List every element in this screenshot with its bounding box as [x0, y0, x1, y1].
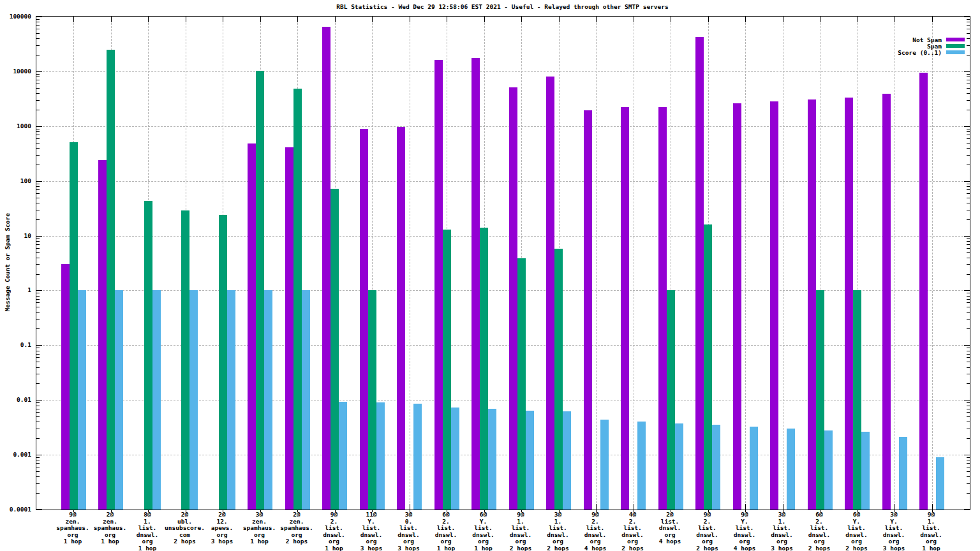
x-category-label: 9@ 2. list. dnswl. org 4 hops	[584, 511, 606, 551]
y-major-tick-right	[964, 400, 970, 400]
y-minor-tick	[36, 22, 40, 22]
x-category-label: 6@ Y. list. dnswl. org 1 hop	[472, 511, 494, 551]
y-major-tick-right	[964, 17, 970, 17]
bar-spam	[667, 290, 675, 510]
x-category-label: 3@ 1. list. dnswl. org 2 hops	[547, 511, 568, 551]
y-minor-tick	[36, 238, 40, 239]
y-minor-tick	[36, 274, 40, 275]
bar-not-spam	[733, 103, 741, 510]
y-gridline	[36, 181, 970, 182]
y-minor-tick	[36, 476, 40, 477]
y-minor-tick	[36, 471, 40, 472]
x-category-label: 6@ 2. list. dnswl. org 2 hops	[808, 511, 830, 551]
x-gridline	[745, 17, 746, 510]
y-minor-tick-right	[967, 328, 970, 329]
y-minor-tick-right	[967, 84, 970, 84]
bar-score-0-1	[451, 408, 459, 510]
y-tick-label: 0.0001	[0, 506, 31, 513]
x-category-label: 2@ list. dnswl. org 4 hops	[659, 511, 681, 545]
y-minor-tick-right	[967, 307, 970, 307]
bar-not-spam	[285, 147, 293, 510]
bar-not-spam	[919, 73, 928, 510]
x-tick-top	[484, 17, 485, 22]
y-minor-tick	[36, 438, 40, 439]
y-tick-label: 10000	[0, 68, 31, 75]
y-minor-tick	[36, 348, 40, 348]
y-minor-tick	[36, 319, 40, 320]
x-tick-top	[186, 17, 186, 22]
x-category-label: 2@ zen. spamhaus. org 2 hops	[280, 511, 313, 545]
y-minor-tick-right	[967, 252, 970, 253]
y-minor-tick	[36, 302, 40, 303]
y-minor-tick-right	[967, 244, 970, 245]
x-gridline	[596, 17, 597, 510]
y-minor-tick-right	[967, 100, 970, 101]
y-minor-tick	[36, 328, 40, 329]
y-major-tick	[36, 17, 42, 17]
bar-not-spam	[434, 60, 443, 510]
y-minor-tick-right	[967, 362, 970, 362]
y-minor-tick	[36, 74, 40, 75]
x-category-label: 6@ 2. list. dnswl. org 1 hop	[435, 511, 457, 551]
y-minor-tick-right	[967, 74, 970, 75]
y-minor-tick	[36, 131, 40, 132]
y-minor-tick	[36, 293, 40, 293]
bar-score-0-1	[600, 420, 609, 510]
y-minor-tick	[36, 299, 40, 300]
y-minor-tick	[36, 409, 40, 409]
y-tick-label: 0.001	[0, 451, 31, 458]
y-minor-tick-right	[967, 33, 970, 34]
y-minor-tick	[36, 422, 40, 422]
y-gridline	[36, 71, 970, 72]
y-minor-tick-right	[967, 219, 970, 220]
y-minor-tick	[36, 84, 40, 84]
y-major-tick-right	[964, 290, 970, 291]
y-minor-tick-right	[967, 29, 970, 29]
bar-score-0-1	[339, 402, 347, 510]
y-axis-title: Message Count or Spam Score	[1, 16, 13, 509]
x-gridline	[783, 17, 783, 510]
x-category-label: 2@ 12. apews. org 3 hops	[211, 511, 233, 545]
y-minor-tick	[36, 184, 40, 184]
bar-score-0-1	[78, 290, 86, 510]
y-minor-tick	[36, 88, 40, 89]
bar-spam	[480, 228, 488, 510]
x-category-label: 9@ zen. spamhaus. org 1 hop	[56, 511, 89, 545]
y-minor-tick-right	[967, 299, 970, 300]
y-minor-tick-right	[967, 422, 970, 422]
bar-score-0-1	[637, 422, 646, 510]
y-tick-label: 0.1	[0, 341, 31, 348]
y-minor-tick-right	[967, 357, 970, 358]
y-major-tick	[36, 181, 42, 182]
x-category-label: 9@ 2. list. dnswl. org 1 hop	[323, 511, 345, 551]
y-tick-label: 0.01	[0, 396, 31, 403]
y-major-tick-right	[964, 71, 970, 72]
y-minor-tick-right	[967, 77, 970, 77]
x-tick-top	[410, 17, 410, 22]
bar-score-0-1	[861, 432, 870, 510]
y-minor-tick-right	[967, 203, 970, 203]
y-minor-tick	[36, 193, 40, 194]
y-minor-tick	[36, 383, 40, 384]
y-minor-tick	[36, 93, 40, 94]
bar-not-spam	[584, 110, 592, 510]
y-minor-tick-right	[967, 38, 970, 39]
x-tick-top	[745, 17, 746, 22]
bar-score-0-1	[115, 290, 123, 510]
y-minor-tick-right	[967, 274, 970, 275]
bar-spam	[704, 224, 712, 510]
y-minor-tick-right	[967, 402, 970, 403]
y-minor-tick-right	[967, 467, 970, 467]
bar-not-spam	[658, 107, 667, 510]
y-major-tick-right	[964, 126, 970, 127]
y-tick-label: 10	[0, 232, 31, 239]
y-minor-tick	[36, 110, 40, 110]
y-minor-tick	[36, 258, 40, 258]
y-minor-tick-right	[967, 354, 970, 355]
y-minor-tick-right	[967, 193, 970, 194]
y-minor-tick	[36, 80, 40, 80]
bar-spam	[554, 249, 563, 510]
y-minor-tick-right	[967, 312, 970, 313]
legend-entry-score: Score (0..1)	[898, 49, 965, 55]
bar-score-0-1	[302, 290, 310, 510]
